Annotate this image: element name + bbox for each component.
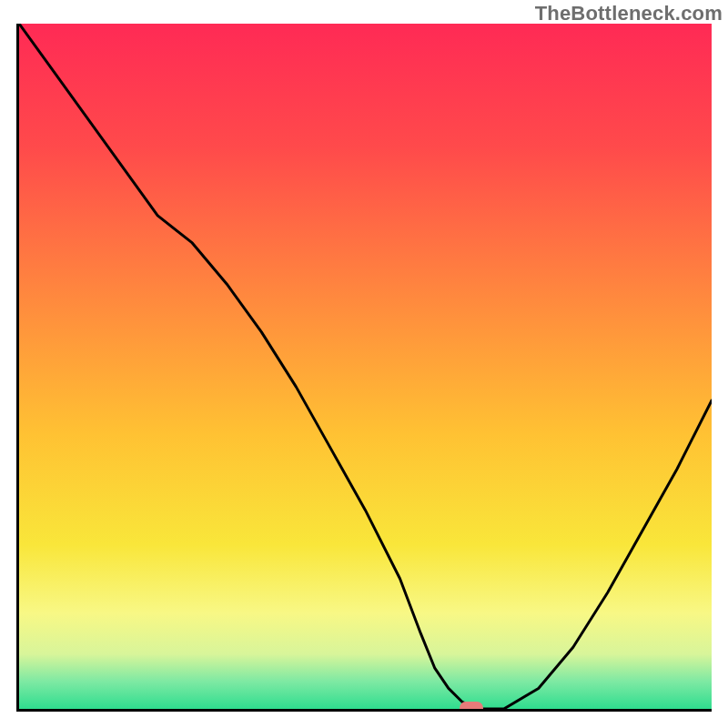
plot-area	[16, 24, 712, 712]
optimal-marker	[460, 702, 483, 712]
bottleneck-curve	[19, 24, 712, 709]
chart-frame: TheBottleneck.com	[0, 0, 728, 728]
watermark-text: TheBottleneck.com	[535, 2, 723, 25]
